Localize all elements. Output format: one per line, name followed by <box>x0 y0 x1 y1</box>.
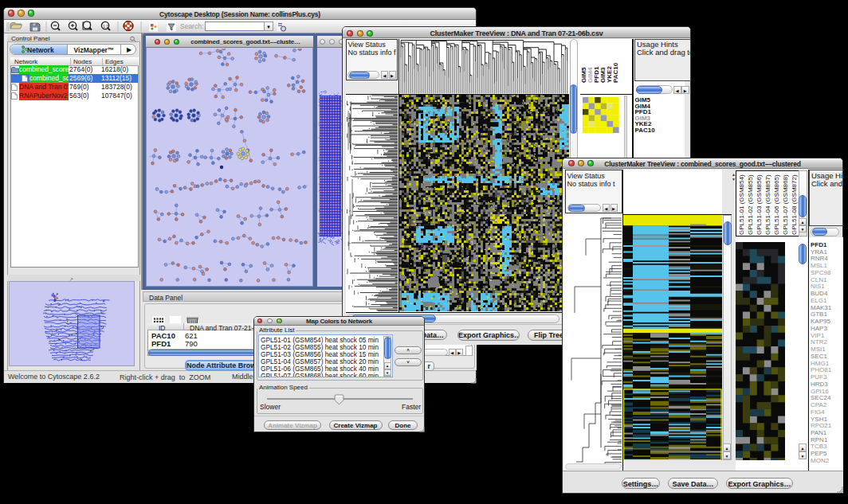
svg-text:Search:: Search: <box>180 22 203 30</box>
svg-text:1:1: 1:1 <box>103 24 108 29</box>
